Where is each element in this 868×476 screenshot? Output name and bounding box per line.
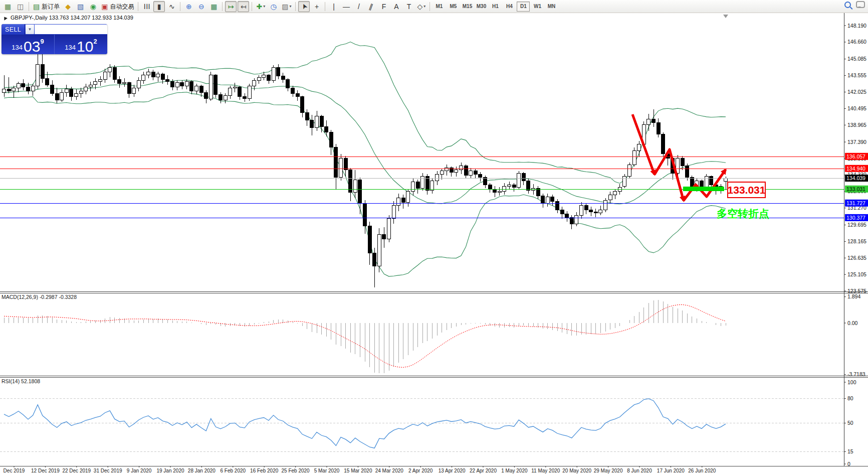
chevron-down-icon: ▾ bbox=[289, 5, 291, 9]
cursor-button[interactable]: ➤ bbox=[298, 1, 310, 12]
chart-title: GBPJPY-,Daily 133.763 134.207 132.933 13… bbox=[3, 15, 133, 21]
timeframe-h4-button[interactable]: H4 bbox=[503, 2, 516, 12]
rsi-label: RSI(14) 52.1808 bbox=[2, 378, 40, 384]
svg-text:5 Mar 2020: 5 Mar 2020 bbox=[314, 468, 340, 473]
svg-text:130.377: 130.377 bbox=[846, 215, 865, 221]
sell-price-point: 9 bbox=[40, 38, 44, 53]
svg-text:1.894: 1.894 bbox=[847, 293, 860, 299]
svg-text:80: 80 bbox=[847, 395, 853, 401]
signals-icon: ◉ bbox=[90, 3, 96, 10]
svg-text:22 Apr 2020: 22 Apr 2020 bbox=[470, 468, 497, 473]
volume-input[interactable] bbox=[35, 25, 107, 34]
time-axis[interactable]: Dec 201912 Dec 201922 Dec 201931 Dec 201… bbox=[4, 466, 716, 473]
macd-label: MACD(12,26,9) -0.2987 -0.3328 bbox=[2, 294, 77, 300]
toolbar-separator bbox=[295, 2, 296, 11]
periods-icon: ◷ bbox=[271, 3, 277, 10]
buy-price[interactable]: 134 10 2 bbox=[54, 35, 107, 54]
profiles-button[interactable]: ◫ bbox=[15, 1, 26, 12]
templates-button[interactable]: ▨▾ bbox=[280, 1, 293, 12]
shapes-button[interactable]: ◇▾ bbox=[415, 1, 427, 12]
svg-text:-3.7183: -3.7183 bbox=[847, 371, 865, 377]
horizontal-line-icon: — bbox=[343, 3, 350, 10]
svg-text:22 Dec 2019: 22 Dec 2019 bbox=[62, 468, 91, 473]
chart-shift-marker-icon[interactable] bbox=[723, 15, 728, 18]
autotrading-icon: ▣ bbox=[101, 3, 108, 10]
svg-text:148.190: 148.190 bbox=[847, 23, 866, 29]
line-chart-type-icon: ∿ bbox=[169, 3, 175, 10]
text-button[interactable]: A bbox=[390, 1, 402, 12]
svg-text:145.085: 145.085 bbox=[847, 56, 866, 62]
timeframe-w1-button[interactable]: W1 bbox=[531, 2, 544, 12]
timeframe-mn-button[interactable]: MN bbox=[545, 2, 558, 12]
svg-text:9 Jan 2020: 9 Jan 2020 bbox=[127, 468, 152, 473]
periods-button[interactable]: ◷ bbox=[268, 1, 279, 12]
indicators-icon: ✚ bbox=[256, 3, 262, 10]
new-chart-button[interactable]: ▦ bbox=[2, 1, 14, 12]
chart-shift-button[interactable]: ↤ bbox=[238, 1, 249, 12]
svg-text:19 Jan 2020: 19 Jan 2020 bbox=[156, 468, 184, 473]
zoom-out-button[interactable]: ⊖ bbox=[195, 1, 207, 12]
tile-windows-button[interactable]: ▦ bbox=[208, 1, 220, 12]
zoom-in-button[interactable]: ⊕ bbox=[183, 1, 194, 12]
svg-text:134.039: 134.039 bbox=[846, 175, 865, 181]
channel-icon: ∥ bbox=[368, 3, 374, 11]
toolbar: ▦◫▤新订单◆▧◉▣自动交易☰▮∿⊕⊖▦↦↤✚▾◷▨▾➤+|—/∥FAT◇▾M1… bbox=[0, 0, 868, 13]
autotrading-button[interactable]: ▣自动交易 bbox=[100, 1, 135, 12]
svg-text:11 May 2020: 11 May 2020 bbox=[531, 468, 560, 473]
toolbar-separator bbox=[325, 2, 325, 11]
svg-text:1 May 2020: 1 May 2020 bbox=[501, 468, 528, 473]
note-text-annotation[interactable]: 多空转折点 bbox=[717, 208, 769, 220]
svg-text:24 Mar 2020: 24 Mar 2020 bbox=[375, 468, 404, 473]
templates-icon: ▨ bbox=[282, 3, 288, 10]
label-button[interactable]: T bbox=[403, 1, 414, 12]
chart-shift-icon: ↤ bbox=[241, 3, 247, 10]
support-bar-annotation[interactable] bbox=[683, 187, 724, 191]
signals-button[interactable]: ◉ bbox=[87, 1, 99, 12]
crosshair-button[interactable]: + bbox=[311, 1, 322, 12]
line-chart-type-button[interactable]: ∿ bbox=[166, 1, 177, 12]
svg-text:140.495: 140.495 bbox=[847, 105, 866, 111]
sell-price[interactable]: 134 03 9 bbox=[2, 35, 54, 54]
auto-scroll-button[interactable]: ↦ bbox=[225, 1, 237, 12]
toolbar-separator bbox=[222, 2, 223, 11]
sell-price-figure: 134 bbox=[12, 44, 23, 53]
price-tag-annotation[interactable]: 133.031 bbox=[728, 182, 766, 198]
timeframe-m30-button[interactable]: M30 bbox=[475, 2, 488, 12]
profiles-icon: ◫ bbox=[17, 3, 24, 10]
horizontal-line-button[interactable]: — bbox=[340, 1, 352, 12]
chat-icon[interactable] bbox=[856, 1, 865, 8]
timeframe-d1-button[interactable]: D1 bbox=[517, 2, 530, 12]
volume-decrease-button[interactable]: ▼ bbox=[26, 25, 34, 34]
channel-button[interactable]: ∥ bbox=[365, 1, 377, 12]
candles-chart-type-button[interactable]: ▮ bbox=[153, 1, 165, 12]
trendline-button[interactable]: / bbox=[353, 1, 364, 12]
cursor-icon: ➤ bbox=[300, 2, 309, 11]
search-icon[interactable] bbox=[844, 2, 851, 8]
svg-text:133.031: 133.031 bbox=[728, 184, 766, 196]
bar-chart-type-button[interactable]: ☰ bbox=[141, 1, 152, 12]
vertical-line-icon: | bbox=[333, 3, 335, 10]
timeframe-m5-button[interactable]: M5 bbox=[447, 2, 460, 12]
svg-text:16 Feb 2020: 16 Feb 2020 bbox=[250, 468, 279, 473]
timeframe-m15-button[interactable]: M15 bbox=[461, 2, 474, 12]
svg-text:25 Feb 2020: 25 Feb 2020 bbox=[282, 468, 310, 473]
svg-text:138.965: 138.965 bbox=[847, 122, 866, 128]
toolbar-separator bbox=[252, 2, 252, 11]
community-button[interactable]: ▧ bbox=[75, 1, 86, 12]
sell-button[interactable]: SELL bbox=[2, 24, 25, 35]
auto-scroll-icon: ↦ bbox=[228, 3, 234, 10]
price-axis[interactable]: 148.190146.660145.085143.555142.025140.4… bbox=[844, 23, 866, 467]
fibonacci-button[interactable]: F bbox=[378, 1, 389, 12]
one-click-trade-panel: SELL ▼ ▲ BUY 134 03 9 134 10 2 bbox=[2, 24, 107, 54]
timeframe-h1-button[interactable]: H1 bbox=[489, 2, 502, 12]
svg-text:12 Dec 2019: 12 Dec 2019 bbox=[31, 468, 60, 473]
timeframe-m1-button[interactable]: M1 bbox=[432, 2, 446, 12]
autotrading-button-label: 自动交易 bbox=[110, 4, 134, 10]
new-order-button[interactable]: ▤新订单 bbox=[32, 1, 61, 12]
cleanup-icon-button[interactable]: ◆ bbox=[62, 1, 74, 12]
svg-text:128.165: 128.165 bbox=[847, 238, 866, 244]
vertical-line-button[interactable]: | bbox=[328, 1, 339, 12]
indicators-button[interactable]: ✚▾ bbox=[255, 1, 267, 12]
chart-canvas[interactable]: 148.190146.660145.085143.555142.025140.4… bbox=[0, 0, 868, 476]
svg-text:26 Jun 2020: 26 Jun 2020 bbox=[688, 468, 716, 473]
